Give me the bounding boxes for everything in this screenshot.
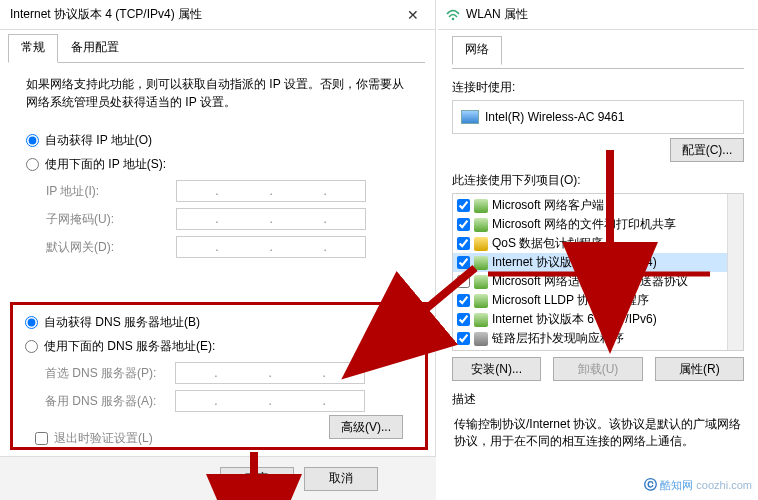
dns-group-highlight: 自动获得 DNS 服务器地址(B) 使用下面的 DNS 服务器地址(E): 首选…: [10, 302, 428, 450]
component-icon: [474, 332, 488, 346]
gateway-input[interactable]: ...: [176, 236, 366, 258]
item-label: Internet 协议版本 4 (TCP/IPv4): [492, 254, 657, 271]
item-checkbox[interactable]: [457, 237, 470, 250]
wlan-properties-dialog: WLAN 属性 网络 连接时使用: Intel(R) Wireless-AC 9…: [438, 0, 758, 500]
adapter-icon: [461, 110, 479, 124]
radio-dns-auto-label: 自动获得 DNS 服务器地址(B): [44, 314, 200, 331]
list-item[interactable]: Microsoft 网络客户端: [453, 196, 743, 215]
watermark: ⓒ 酷知网 coozhi.com: [644, 476, 752, 494]
radio-dns-auto[interactable]: [25, 316, 38, 329]
dialog-title: WLAN 属性: [466, 6, 528, 23]
dns1-label: 首选 DNS 服务器(P):: [45, 365, 175, 382]
connect-using-label: 连接时使用:: [452, 79, 744, 96]
tab-network[interactable]: 网络: [452, 36, 502, 65]
advanced-button[interactable]: 高级(V)...: [329, 415, 403, 439]
item-checkbox[interactable]: [457, 218, 470, 231]
dns2-input[interactable]: ...: [175, 390, 365, 412]
install-button[interactable]: 安装(N)...: [452, 357, 541, 381]
gateway-label: 默认网关(D):: [46, 239, 176, 256]
adapter-box: Intel(R) Wireless-AC 9461: [452, 100, 744, 134]
component-icon: [474, 218, 488, 232]
dns2-label: 备用 DNS 服务器(A):: [45, 393, 175, 410]
titlebar: Internet 协议版本 4 (TCP/IPv4) 属性 ✕: [0, 0, 435, 30]
item-checkbox[interactable]: [457, 294, 470, 307]
description-header: 描述: [452, 391, 744, 408]
item-checkbox[interactable]: [457, 275, 470, 288]
dialog-title: Internet 协议版本 4 (TCP/IPv4) 属性: [10, 6, 202, 23]
radio-ip-manual[interactable]: [26, 158, 39, 171]
radio-ip-manual-label: 使用下面的 IP 地址(S):: [45, 156, 166, 173]
item-label: Microsoft 网络适配器多路传送器协议: [492, 273, 688, 290]
component-icon: [474, 313, 488, 327]
item-label: Microsoft 网络客户端: [492, 197, 604, 214]
item-label: 链路层拓扑发现响应程序: [492, 330, 624, 347]
items-label: 此连接使用下列项目(O):: [452, 172, 744, 189]
component-icon: [474, 275, 488, 289]
uninstall-button[interactable]: 卸载(U): [553, 357, 642, 381]
subnet-label: 子网掩码(U):: [46, 211, 176, 228]
list-item[interactable]: QoS 数据包计划程序: [453, 234, 743, 253]
properties-button[interactable]: 属性(R): [655, 357, 744, 381]
watermark-url: coozhi.com: [696, 479, 752, 491]
validate-label: 退出时验证设置(L): [54, 430, 153, 447]
subnet-input[interactable]: ...: [176, 208, 366, 230]
watermark-brand: 酷知网: [660, 478, 693, 493]
item-label: Microsoft 网络的文件和打印机共享: [492, 216, 676, 233]
component-icon: [474, 199, 488, 213]
ip-address-input[interactable]: ...: [176, 180, 366, 202]
list-item[interactable]: Microsoft LLDP 协议驱动程序: [453, 291, 743, 310]
item-label: QoS 数据包计划程序: [492, 235, 603, 252]
component-icon: [474, 237, 488, 251]
list-item[interactable]: Internet 协议版本 6 (TCP/IPv6): [453, 310, 743, 329]
wifi-icon: [446, 9, 460, 21]
tab-general[interactable]: 常规: [8, 34, 58, 63]
component-icon: [474, 294, 488, 308]
item-checkbox[interactable]: [457, 256, 470, 269]
validate-checkbox[interactable]: [35, 432, 48, 445]
radio-dns-manual[interactable]: [25, 340, 38, 353]
description-text: 如果网络支持此功能，则可以获取自动指派的 IP 设置。否则，你需要从网络系统管理…: [26, 75, 409, 111]
description-body: 传输控制协议/Internet 协议。该协议是默认的广域网络协议，用于在不同的相…: [452, 412, 744, 454]
titlebar: WLAN 属性: [438, 0, 758, 30]
dns1-input[interactable]: ...: [175, 362, 365, 384]
radio-ip-auto[interactable]: [26, 134, 39, 147]
item-checkbox[interactable]: [457, 332, 470, 345]
list-item[interactable]: Microsoft 网络的文件和打印机共享: [453, 215, 743, 234]
watermark-logo-icon: ⓒ: [644, 476, 657, 494]
item-checkbox[interactable]: [457, 199, 470, 212]
close-icon[interactable]: ✕: [391, 0, 435, 30]
svg-point-0: [452, 17, 455, 20]
item-label: Microsoft LLDP 协议驱动程序: [492, 292, 649, 309]
ip-group: 自动获得 IP 地址(O) 使用下面的 IP 地址(S): IP 地址(I): …: [26, 129, 409, 261]
item-checkbox[interactable]: [457, 313, 470, 326]
cancel-button[interactable]: 取消: [304, 467, 378, 491]
item-label: Internet 协议版本 6 (TCP/IPv6): [492, 311, 657, 328]
components-listbox[interactable]: Microsoft 网络客户端Microsoft 网络的文件和打印机共享QoS …: [452, 193, 744, 351]
list-item[interactable]: Internet 协议版本 4 (TCP/IPv4): [453, 253, 743, 272]
list-item[interactable]: 链路层拓扑发现响应程序: [453, 329, 743, 348]
radio-ip-auto-label: 自动获得 IP 地址(O): [45, 132, 152, 149]
tab-alternate[interactable]: 备用配置: [58, 34, 132, 63]
ok-button[interactable]: 确定: [220, 467, 294, 491]
radio-dns-manual-label: 使用下面的 DNS 服务器地址(E):: [44, 338, 215, 355]
ipv4-properties-dialog: Internet 协议版本 4 (TCP/IPv4) 属性 ✕ 常规 备用配置 …: [0, 0, 436, 500]
component-icon: [474, 256, 488, 270]
ip-address-label: IP 地址(I):: [46, 183, 176, 200]
list-item[interactable]: Microsoft 网络适配器多路传送器协议: [453, 272, 743, 291]
tabstrip: 常规 备用配置: [0, 34, 435, 63]
configure-button[interactable]: 配置(C)...: [670, 138, 744, 162]
dialog-footer: 确定 取消: [0, 456, 436, 500]
scrollbar[interactable]: [727, 194, 743, 350]
adapter-name: Intel(R) Wireless-AC 9461: [485, 110, 624, 124]
